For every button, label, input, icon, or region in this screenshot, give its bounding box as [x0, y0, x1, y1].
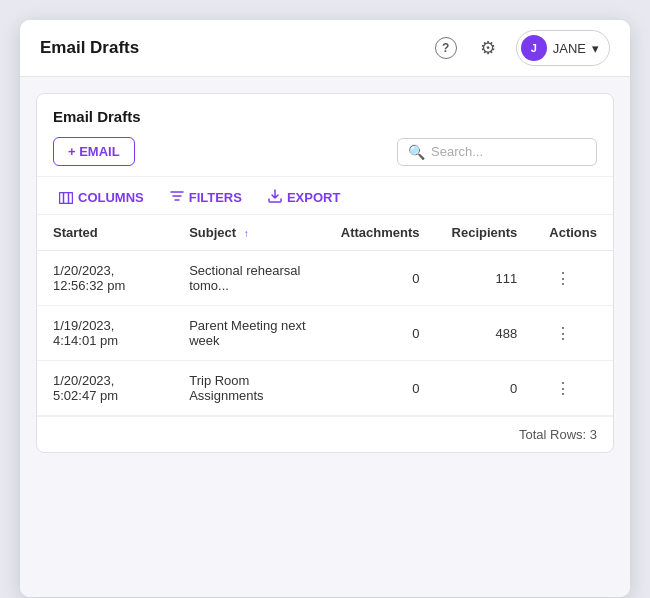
cell-started: 1/19/2023, 4:14:01 pm: [37, 306, 173, 361]
col-subject[interactable]: Subject ↑: [173, 215, 325, 251]
columns-button[interactable]: COLUMNS: [53, 186, 150, 209]
avatar: J: [521, 35, 547, 61]
email-button[interactable]: + EMAIL: [53, 137, 135, 166]
drafts-table: Started Subject ↑ Attachments Recipients: [37, 215, 613, 416]
columns-label: COLUMNS: [78, 190, 144, 205]
export-icon: [268, 189, 282, 206]
cell-subject: Trip Room Assignments: [173, 361, 325, 416]
columns-icon: [59, 192, 73, 204]
search-placeholder: Search...: [431, 144, 483, 159]
cell-recipients: 488: [436, 306, 534, 361]
table-body: 1/20/2023, 12:56:32 pm Sectional rehears…: [37, 251, 613, 416]
user-menu[interactable]: J JANE ▾: [516, 30, 610, 66]
cell-actions: ⋮: [533, 306, 613, 361]
filters-icon: [170, 190, 184, 205]
cell-recipients: 111: [436, 251, 534, 306]
col-actions: Actions: [533, 215, 613, 251]
table-row: 1/20/2023, 5:02:47 pm Trip Room Assignme…: [37, 361, 613, 416]
email-drafts-panel: Email Drafts + EMAIL 🔍 Search...: [36, 93, 614, 453]
more-button[interactable]: ⋮: [549, 323, 577, 344]
cell-attachments: 0: [325, 306, 436, 361]
cell-started: 1/20/2023, 5:02:47 pm: [37, 361, 173, 416]
cell-recipients: 0: [436, 361, 534, 416]
toolbar-right: 🔍 Search...: [397, 138, 597, 166]
help-icon: ?: [435, 37, 457, 59]
toolbar: + EMAIL 🔍 Search...: [53, 137, 597, 166]
chevron-down-icon: ▾: [592, 41, 599, 56]
more-button[interactable]: ⋮: [549, 378, 577, 399]
title-bar-actions: ? ⚙ J JANE ▾: [432, 30, 610, 66]
content-area: Email Drafts + EMAIL 🔍 Search...: [20, 77, 630, 597]
panel-header: Email Drafts + EMAIL 🔍 Search...: [37, 94, 613, 177]
filters-label: FILTERS: [189, 190, 242, 205]
table-row: 1/19/2023, 4:14:01 pm Parent Meeting nex…: [37, 306, 613, 361]
export-button[interactable]: EXPORT: [262, 185, 346, 210]
title-bar: Email Drafts ? ⚙ J JANE ▾: [20, 20, 630, 77]
panel-title: Email Drafts: [53, 108, 597, 125]
search-icon: 🔍: [408, 144, 425, 160]
toolbar-actions: COLUMNS FILTERS: [37, 177, 613, 215]
table-footer: Total Rows: 3: [37, 416, 613, 452]
svg-rect-0: [60, 192, 73, 203]
settings-button[interactable]: ⚙: [474, 34, 502, 62]
table-row: 1/20/2023, 12:56:32 pm Sectional rehears…: [37, 251, 613, 306]
cell-subject: Parent Meeting next week: [173, 306, 325, 361]
more-button[interactable]: ⋮: [549, 268, 577, 289]
filters-button[interactable]: FILTERS: [164, 186, 248, 209]
user-name: JANE: [553, 41, 586, 56]
window-title: Email Drafts: [40, 38, 139, 58]
sort-icon: ↑: [244, 228, 249, 239]
col-recipients[interactable]: Recipients: [436, 215, 534, 251]
cell-attachments: 0: [325, 251, 436, 306]
search-box[interactable]: 🔍 Search...: [397, 138, 597, 166]
help-button[interactable]: ?: [432, 34, 460, 62]
table-header: Started Subject ↑ Attachments Recipients: [37, 215, 613, 251]
col-started[interactable]: Started: [37, 215, 173, 251]
cell-subject: Sectional rehearsal tomo...: [173, 251, 325, 306]
total-rows: Total Rows: 3: [519, 427, 597, 442]
col-attachments[interactable]: Attachments: [325, 215, 436, 251]
cell-actions: ⋮: [533, 361, 613, 416]
toolbar-left: + EMAIL: [53, 137, 135, 166]
cell-actions: ⋮: [533, 251, 613, 306]
main-window: Email Drafts ? ⚙ J JANE ▾ Email Drafts: [20, 20, 630, 597]
cell-started: 1/20/2023, 12:56:32 pm: [37, 251, 173, 306]
cell-attachments: 0: [325, 361, 436, 416]
export-label: EXPORT: [287, 190, 340, 205]
